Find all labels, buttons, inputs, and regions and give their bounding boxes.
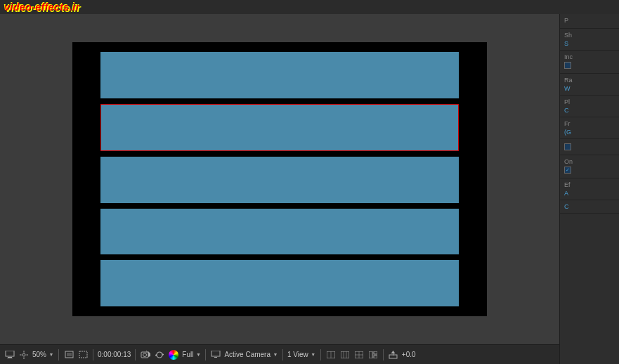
svg-marker-13 [148,351,150,357]
panel-section-ef: Ef A [560,178,619,200]
layout2-icon[interactable] [339,350,351,360]
watermark: video-effects.ir [4,1,79,13]
right-panel: P Sh S Inc Ra W Pl C Fr (G [559,14,619,364]
svg-rect-27 [374,351,377,354]
preview-container [0,14,559,344]
divider-6 [320,349,321,360]
view-dropdown[interactable]: 1 View ▼ [287,351,316,358]
panel-label-fr: Fr [564,120,615,127]
panel-section-fr: Fr (G [560,117,619,139]
panel-section-ra: Ra W [560,74,619,96]
svg-rect-10 [79,351,87,358]
color-wheel-icon[interactable] [168,350,179,360]
video-stripe-1 [100,52,459,98]
panel-label-inc: Inc [564,53,615,60]
svg-marker-31 [391,351,396,353]
panel-section-c: C [560,200,619,214]
on-checkbox[interactable] [564,167,571,174]
quality-value: Full [182,351,193,358]
divider-1 [58,349,59,360]
settings-icon[interactable] [18,350,30,360]
canvas-frame [72,42,487,316]
viewer-area: 50% ▼ 0:00:00:13 [0,14,559,364]
view-value: 1 View [287,351,308,358]
video-stripe-5 [100,260,459,306]
quality-dropdown[interactable]: Full ▼ [182,351,201,358]
video-stripe-2 [100,104,459,152]
panel-row-cb [564,143,615,150]
refresh-icon[interactable] [154,350,165,360]
video-stripe-4 [100,209,459,255]
offset-section[interactable]: +0.0 [402,351,416,358]
layout4-icon[interactable] [367,350,379,360]
svg-rect-20 [341,351,349,358]
svg-rect-6 [20,354,22,355]
active-camera-dropdown[interactable]: Active Camera ▼ [224,351,278,358]
svg-rect-0 [6,351,14,356]
svg-rect-1 [8,357,12,358]
panel-row-on [564,167,615,174]
panel-value-sh[interactable]: S [564,40,615,47]
svg-rect-16 [211,351,220,356]
svg-rect-17 [214,357,217,358]
panel-value-ef[interactable]: A [564,190,615,197]
panel-label-ra: Ra [564,77,615,84]
zoom-dropdown[interactable]: 50% ▼ [32,351,54,358]
timecode-section[interactable]: 0:00:00:13 [98,351,131,358]
panel-value-c[interactable]: C [564,203,615,210]
panel-section-on: On [560,155,619,178]
svg-point-3 [22,353,25,356]
divider-3 [135,349,136,360]
quality-dropdown-arrow: ▼ [195,352,201,358]
panel-section-cb [560,139,619,155]
svg-rect-4 [24,351,25,353]
divider-4 [205,349,206,360]
panel-label-ef: Ef [564,181,615,188]
divider-2 [93,349,93,360]
panel-value-pl[interactable]: C [564,107,615,114]
select-region-icon[interactable] [77,350,89,360]
svg-rect-26 [369,351,372,358]
main-area: 50% ▼ 0:00:00:13 [0,14,619,364]
active-camera-label: Active Camera [224,351,271,358]
svg-rect-9 [67,353,72,356]
inc-checkbox[interactable] [564,62,571,69]
monitor-icon[interactable] [4,350,15,360]
monitor2-icon[interactable] [210,350,221,360]
svg-rect-7 [27,354,29,355]
panel-section-pl: Pl C [560,96,619,117]
timecode-value: 0:00:00:13 [98,351,131,358]
fit-icon[interactable] [63,350,74,360]
video-stripe-3 [100,157,459,203]
divider-7 [383,349,384,360]
active-camera-arrow: ▼ [273,352,278,358]
zoom-dropdown-arrow: ▼ [48,352,54,358]
view-dropdown-arrow: ▼ [311,352,316,358]
offset-value: +0.0 [402,351,416,358]
panel-label-p: P [564,17,615,24]
panel-section-1: P [560,14,619,29]
panel-row-inc [564,62,615,69]
panel-value-fr[interactable]: (G [564,129,615,136]
divider-5 [282,349,283,360]
layout1-icon[interactable] [325,350,337,360]
svg-marker-15 [155,354,157,356]
svg-rect-28 [374,356,377,358]
bottom-toolbar: 50% ▼ 0:00:00:13 [0,344,559,364]
panel-label-on: On [564,158,615,165]
panel-label-pl: Pl [564,98,615,105]
svg-point-12 [143,353,147,357]
svg-rect-5 [24,357,25,359]
panel-label-sh: Sh [564,32,615,39]
panel-section-inc: Inc [560,51,619,74]
export-icon[interactable] [388,350,399,360]
top-bar: video-effects.ir [0,0,619,14]
zoom-value: 50% [32,351,46,358]
panel-section-sh: Sh S [560,29,619,51]
layout3-icon[interactable] [353,350,365,360]
panel-value-ra[interactable]: W [564,85,615,92]
svg-rect-2 [7,358,13,359]
cb2-checkbox[interactable] [564,143,571,150]
camera-icon[interactable] [140,350,151,360]
